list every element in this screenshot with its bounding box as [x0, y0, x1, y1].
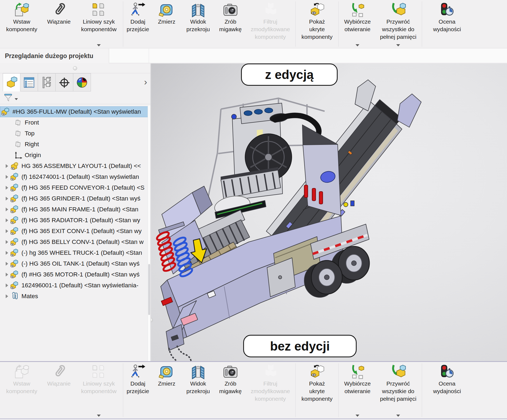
tree-item[interactable]: (-) HG 365 OIL TANK-1 (Default) <Stan wy… — [0, 258, 150, 269]
plane-icon — [14, 129, 22, 138]
snapshot-icon — [223, 2, 238, 18]
tree-item[interactable]: (f) #HG 365 MOTOR-1 (Defaullt) <Stan wyś — [0, 269, 150, 280]
splitter-handle-icon[interactable] — [73, 66, 77, 70]
plane-icon — [14, 140, 22, 148]
pokaz-ukryte-komponenty-button[interactable]: Pokażukrytekomponenty — [296, 0, 338, 48]
panel-splitter[interactable] — [0, 63, 150, 73]
tree-item[interactable]: (f) HG 365 MAIN FRAME-1 (Default) <Stan — [0, 204, 150, 215]
dimxpertmanager-tab[interactable] — [56, 73, 73, 91]
assembly-eye-icon — [10, 216, 19, 225]
widok-przekroju-label: Widok — [190, 380, 206, 387]
tree-item[interactable]: Front — [0, 117, 150, 128]
tab-przegladanie-duzego-projektu[interactable]: Przeglądanie dużego projektu — [0, 49, 109, 63]
wiazanie-button[interactable]: Wiązanie — [42, 0, 75, 48]
zrob-migawke-button[interactable]: Zróbmigawkę — [215, 0, 246, 48]
expand-arrow-icon[interactable] — [3, 294, 10, 298]
expand-arrow-icon[interactable] — [3, 208, 10, 211]
widok-przekroju-label: Widok — [190, 18, 206, 26]
tree-item[interactable]: (f) HG 365 RADIATOR-1 (Default) <Stan wy — [0, 215, 150, 226]
section-view-icon — [190, 2, 206, 18]
tree-item[interactable]: (f) HG 365 BELLY CONV-1 (Default) <Stan … — [0, 237, 150, 247]
liniowy-szyk-komponentow-label: komponentów — [81, 26, 117, 33]
expand-arrow-icon[interactable] — [3, 240, 10, 244]
przywroc-wszystkie-do-pelnej-pamieci-dropdown-caret-icon[interactable] — [396, 44, 400, 46]
ocena-wydajnosci-button[interactable]: Ocenawydajności — [423, 0, 471, 48]
expand-arrow-icon[interactable] — [3, 262, 10, 266]
liniowy-szyk-komponentow-dropdown-caret-icon[interactable] — [97, 44, 101, 46]
tree-scrollbar-thumb[interactable] — [148, 264, 150, 315]
selective-open-icon — [350, 2, 365, 18]
expand-arrow-icon[interactable] — [3, 284, 10, 287]
wybiorcze-otwieranie-dropdown-caret-icon[interactable] — [356, 415, 359, 417]
ocena-wydajnosci-label: Ocena — [439, 380, 455, 387]
przywroc-wszystkie-do-pelnej-pamieci-button[interactable]: Przywróćwszystkie dopełnej pamięci — [375, 0, 421, 48]
toolbar-separator — [338, 363, 339, 417]
pokaz-ukryte-komponenty-label: komponenty — [302, 395, 332, 403]
propertymanager-tab[interactable] — [20, 73, 38, 91]
expand-arrow-icon[interactable] — [3, 218, 10, 222]
widok-przekroju-button[interactable]: Widokprzekroju — [182, 0, 215, 48]
panel-flyout-chevron-icon[interactable]: › — [144, 77, 147, 87]
wybiorcze-otwieranie-button[interactable]: Wybiórczeotwieranie — [340, 0, 375, 48]
tree-scrollbar[interactable] — [148, 106, 150, 361]
tree-item[interactable]: Right — [0, 139, 150, 150]
featuremanager-tab[interactable] — [3, 73, 20, 91]
tree-item[interactable]: HG 365 ASSEMBLY LAYOUT-1 (Default) << — [0, 161, 150, 171]
tree-item[interactable]: 162496001-1 (Default) <Stan wyświetlania… — [0, 280, 150, 291]
tree-item[interactable]: Mates — [0, 291, 150, 302]
expand-arrow-icon[interactable] — [3, 229, 10, 233]
tree-item[interactable]: Top — [0, 128, 150, 139]
displaymanager-tab[interactable] — [73, 73, 91, 91]
tree-item-label: (f) HG 365 RADIATOR-1 (Default) <Stan wy — [21, 217, 140, 224]
expand-arrow-icon[interactable] — [3, 164, 10, 168]
graphics-viewport[interactable]: z edycją bez edycji — [151, 63, 507, 361]
przywroc-wszystkie-do-pelnej-pamieci-button[interactable]: Przywróćwszystkie dopełnej pamięci — [375, 362, 421, 418]
expand-arrow-icon[interactable] — [3, 186, 10, 190]
wybiorcze-otwieranie-dropdown-caret-icon[interactable] — [356, 44, 359, 46]
ribbon-tab-strip: Przeglądanie dużego projektu — [0, 49, 507, 63]
expand-arrow-icon[interactable] — [3, 175, 10, 179]
ocena-wydajnosci-button[interactable]: Ocenawydajności — [423, 362, 471, 418]
przywroc-wszystkie-do-pelnej-pamieci-label: wszystkie do — [382, 387, 414, 395]
configurationmanager-tab[interactable] — [38, 73, 56, 91]
liniowy-szyk-komponentow-button[interactable]: Liniowy szykkomponentów — [75, 0, 122, 48]
wybiorcze-otwieranie-label: Wybiórcze — [344, 380, 371, 387]
filtruj-zmodyfikowane-komponenty-label: Filtruj — [263, 18, 277, 26]
przywroc-wszystkie-do-pelnej-pamieci-label: Przywróć — [386, 18, 410, 26]
przywroc-wszystkie-do-pelnej-pamieci-dropdown-caret-icon[interactable] — [396, 415, 400, 417]
assembly-eye-icon — [10, 249, 19, 257]
expand-arrow-icon[interactable] — [3, 273, 10, 276]
tree-item[interactable]: (f) 162474001-1 (Default) <Stan wyświetl… — [0, 171, 150, 182]
dodaj-przejscie-button[interactable]: Dodajprzejście — [124, 362, 152, 418]
dodaj-przejscie-button[interactable]: Dodajprzejście — [124, 0, 152, 48]
wstaw-komponenty-button[interactable]: Wstawkomponenty — [1, 0, 42, 48]
tree-item-label: Mates — [21, 293, 38, 300]
zmierz-button[interactable]: Zmierz — [152, 0, 182, 48]
zrob-migawke-button[interactable]: Zróbmigawkę — [215, 362, 246, 418]
part-eye-icon — [10, 162, 19, 170]
selective-open-icon — [350, 364, 365, 380]
tree-item[interactable]: (f) HG 365 GRINDER-1 (Default) <Stan wyś — [0, 193, 150, 204]
tree-item[interactable]: (f) HG 365 FEED CONVEYOR-1 (Default) <S — [0, 182, 150, 193]
filter-funnel-icon[interactable] — [3, 93, 13, 103]
expand-arrow-icon[interactable] — [3, 251, 10, 255]
ocena-wydajnosci-label: wydajności — [433, 26, 461, 33]
wybiorcze-otwieranie-button[interactable]: Wybiórczeotwieranie — [340, 362, 375, 418]
assembly-eye-icon — [10, 259, 19, 268]
assembly-eye-icon — [10, 270, 19, 279]
origin-icon — [14, 151, 22, 159]
tree-item[interactable]: #HG 365-FULL-MW (Default) <Stan wyświetl… — [0, 106, 150, 117]
expand-arrow-icon[interactable] — [3, 197, 10, 201]
filter-dropdown-caret-icon[interactable] — [15, 98, 18, 100]
tree-item[interactable]: (-) hg 365 WHEEL TRUCK-1 (Default) <Stan — [0, 247, 150, 258]
toolbar-separator — [123, 363, 123, 417]
widok-przekroju-button[interactable]: Widokprzekroju — [182, 362, 215, 418]
widok-przekroju-label: przekroju — [186, 387, 210, 395]
pm-assembly-icon — [5, 76, 18, 89]
filter-modified-icon — [262, 2, 278, 18]
liniowy-szyk-komponentow-dropdown-caret-icon[interactable] — [97, 415, 101, 417]
pokaz-ukryte-komponenty-button[interactable]: Pokażukrytekomponenty — [296, 362, 338, 418]
tree-item[interactable]: Origin — [0, 150, 150, 161]
zmierz-button[interactable]: Zmierz — [152, 362, 182, 418]
tree-item[interactable]: (f) HG 365 EXIT CONV-1 (Default) <Stan w… — [0, 226, 150, 237]
